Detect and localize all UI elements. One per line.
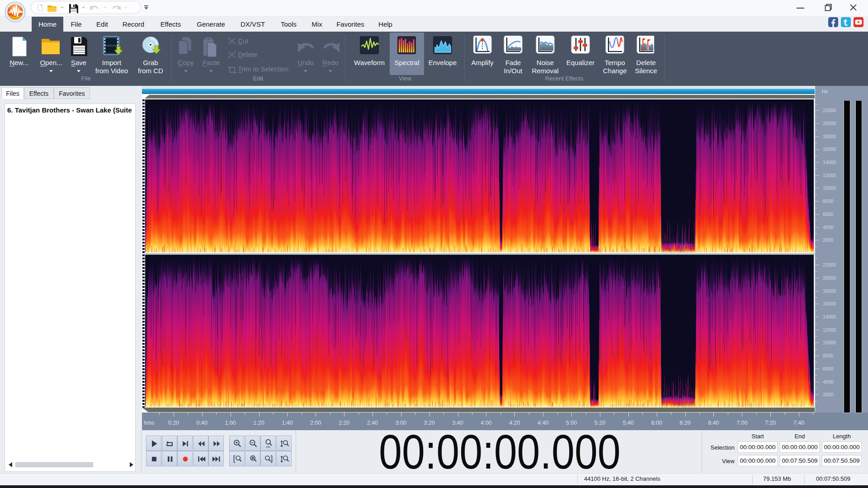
svg-text:100: 100 <box>266 446 270 448</box>
